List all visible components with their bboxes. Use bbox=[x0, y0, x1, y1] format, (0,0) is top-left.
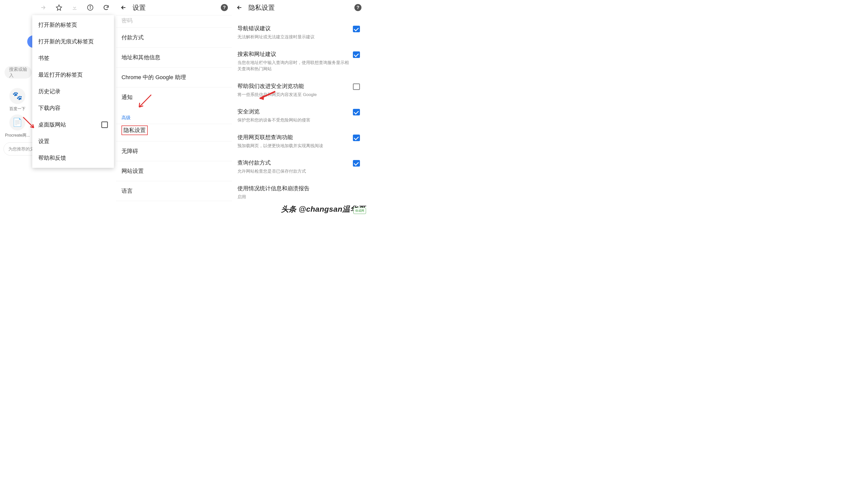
privacy-item[interactable]: 搜索和网址建议当您在地址栏中输入查询内容时，使用联想查询服务显示相关查询和热门网… bbox=[232, 45, 366, 77]
settings-item-language[interactable]: 语言 bbox=[116, 181, 232, 201]
settings-scroll[interactable]: 密码 付款方式 地址和其他信息 Chrome 中的 Google 助理 通知 高… bbox=[116, 15, 232, 202]
menu-label: 帮助和反馈 bbox=[38, 154, 66, 162]
settings-header: 设置 ? bbox=[116, 0, 232, 15]
privacy-title: 使用网页联想查询功能 bbox=[237, 134, 349, 141]
menu-label: 设置 bbox=[38, 138, 49, 145]
menu-bookmarks[interactable]: 书签 bbox=[32, 50, 114, 67]
menu-incognito[interactable]: 打开新的无痕式标签页 bbox=[32, 33, 114, 50]
privacy-item[interactable]: 查询付款方式允许网站检查您是否已保存付款方式 bbox=[232, 154, 366, 180]
checkbox-icon[interactable] bbox=[353, 135, 360, 141]
privacy-item[interactable]: 帮助我们改进安全浏览功能将一些系统信息和网页内容发送至 Google bbox=[232, 77, 366, 103]
panel-settings: 设置 ? 密码 付款方式 地址和其他信息 Chrome 中的 Google 助理… bbox=[116, 0, 232, 202]
recommend-text: 为您推荐的文 bbox=[8, 146, 34, 152]
settings-item-site[interactable]: 网站设置 bbox=[116, 161, 232, 181]
privacy-item[interactable]: 使用网页联想查询功能预加载网页，以便更快地加载并实现离线阅读 bbox=[232, 129, 366, 154]
file-icon: 📄 bbox=[10, 115, 25, 130]
arrow-left-icon bbox=[120, 4, 127, 11]
page-title: 隐私设置 bbox=[249, 3, 349, 12]
shortcut-label: Procreate两... bbox=[5, 133, 30, 138]
menu-label: 打开新的标签页 bbox=[38, 21, 77, 29]
privacy-title: 安全浏览 bbox=[237, 108, 349, 115]
panel-browser-menu: 搜索或输入 🐾 百度一下 📄 Procreate两... 为您推荐的文 详细了解… bbox=[0, 0, 116, 202]
item-label: 地址和其他信息 bbox=[121, 54, 160, 61]
menu-new-tab[interactable]: 打开新的标签页 bbox=[32, 17, 114, 33]
menu-desktop-site[interactable]: 桌面版网站 bbox=[32, 116, 114, 133]
privacy-desc: 预加载网页，以便更快地加载并实现离线阅读 bbox=[237, 142, 349, 149]
privacy-desc: 无法解析网址或无法建立连接时显示建议 bbox=[237, 34, 349, 40]
settings-item-accessibility[interactable]: 无障碍 bbox=[116, 141, 232, 161]
search-placeholder: 搜索或输入 bbox=[9, 66, 27, 78]
back-button[interactable] bbox=[236, 4, 243, 11]
back-button[interactable] bbox=[120, 4, 127, 11]
settings-item-assistant[interactable]: Chrome 中的 Google 助理 bbox=[116, 67, 232, 87]
privacy-item[interactable]: 使用情况统计信息和崩溃报告启用 bbox=[232, 180, 366, 205]
menu-label: 打开新的无痕式标签页 bbox=[38, 38, 94, 45]
privacy-text: 使用网页联想查询功能预加载网页，以便更快地加载并实现离线阅读 bbox=[237, 134, 349, 149]
privacy-title: 搜索和网址建议 bbox=[237, 50, 349, 58]
privacy-title: 帮助我们改进安全浏览功能 bbox=[237, 82, 349, 90]
privacy-title: 查询付款方式 bbox=[237, 159, 349, 167]
checkbox-icon[interactable] bbox=[353, 51, 360, 58]
item-label: 通知 bbox=[121, 94, 133, 100]
privacy-header: 隐私设置 ? bbox=[232, 0, 366, 15]
section-advanced: 高级 bbox=[116, 107, 232, 124]
shortcut-procreate[interactable]: 📄 Procreate两... bbox=[3, 115, 31, 138]
item-label: 付款方式 bbox=[121, 34, 144, 40]
menu-label: 书签 bbox=[38, 54, 49, 62]
privacy-title: 使用情况统计信息和崩溃报告 bbox=[237, 185, 360, 192]
privacy-text: 导航错误建议无法解析网址或无法建立连接时显示建议 bbox=[237, 25, 349, 40]
checkbox-icon[interactable] bbox=[353, 109, 360, 115]
page-title: 设置 bbox=[133, 3, 215, 12]
watermark-badge: 保成网 bbox=[353, 208, 366, 214]
search-input-stub[interactable]: 搜索或输入 bbox=[4, 66, 32, 79]
item-label: 隐私设置 bbox=[121, 125, 148, 135]
checkbox-icon[interactable] bbox=[353, 83, 360, 90]
privacy-desc: 将一些系统信息和网页内容发送至 Google bbox=[237, 91, 349, 98]
privacy-item[interactable]: 导航错误建议无法解析网址或无法建立连接时显示建议 bbox=[232, 20, 366, 45]
settings-item-payment[interactable]: 付款方式 bbox=[116, 28, 232, 47]
watermark-text: 头条 @changsan温华哥 bbox=[281, 204, 366, 215]
menu-label: 桌面版网站 bbox=[38, 121, 66, 129]
item-label: 网站设置 bbox=[121, 168, 144, 174]
menu-settings[interactable]: 设置 bbox=[32, 133, 114, 150]
settings-item-notifications[interactable]: 通知 bbox=[116, 87, 232, 107]
privacy-text: 使用情况统计信息和崩溃报告启用 bbox=[237, 185, 360, 200]
privacy-text: 查询付款方式允许网站检查您是否已保存付款方式 bbox=[237, 159, 349, 175]
paw-icon: 🐾 bbox=[10, 88, 25, 103]
panel-privacy: 隐私设置 ? 导航错误建议无法解析网址或无法建立连接时显示建议搜索和网址建议当您… bbox=[232, 0, 366, 202]
settings-item-addresses[interactable]: 地址和其他信息 bbox=[116, 47, 232, 67]
privacy-list: 导航错误建议无法解析网址或无法建立连接时显示建议搜索和网址建议当您在地址栏中输入… bbox=[232, 20, 366, 205]
help-icon[interactable]: ? bbox=[354, 4, 362, 11]
settings-item-privacy[interactable]: 隐私设置 bbox=[116, 124, 232, 141]
privacy-item[interactable]: 安全浏览保护您和您的设备不受危险网站的侵害 bbox=[232, 103, 366, 129]
menu-label: 历史记录 bbox=[38, 88, 61, 95]
item-label: 无障碍 bbox=[121, 148, 138, 154]
shortcut-label: 百度一下 bbox=[9, 106, 26, 112]
overflow-menu: 打开新的标签页 打开新的无痕式标签页 书签 最近打开的标签页 历史记录 下载内容… bbox=[32, 15, 114, 168]
menu-help[interactable]: 帮助和反馈 bbox=[32, 150, 114, 166]
arrow-left-icon bbox=[236, 4, 243, 11]
checkbox-icon[interactable] bbox=[353, 160, 360, 167]
menu-history[interactable]: 历史记录 bbox=[32, 83, 114, 100]
menu-recent-tabs[interactable]: 最近打开的标签页 bbox=[32, 67, 114, 83]
settings-item-passwords[interactable]: 密码 bbox=[116, 15, 232, 28]
item-label: 语言 bbox=[121, 188, 133, 194]
settings-item-datasaver[interactable]: 流量节省程序 关闭 bbox=[116, 201, 232, 202]
help-icon[interactable]: ? bbox=[221, 4, 228, 11]
privacy-text: 安全浏览保护您和您的设备不受危险网站的侵害 bbox=[237, 108, 349, 123]
item-label: Chrome 中的 Google 助理 bbox=[121, 74, 186, 80]
menu-label: 下载内容 bbox=[38, 104, 61, 112]
privacy-title: 导航错误建议 bbox=[237, 25, 349, 32]
menu-downloads[interactable]: 下载内容 bbox=[32, 100, 114, 116]
privacy-desc: 启用 bbox=[237, 194, 360, 200]
checkbox-icon[interactable] bbox=[353, 26, 360, 32]
shortcut-baidu[interactable]: 🐾 百度一下 bbox=[3, 88, 31, 112]
privacy-text: 搜索和网址建议当您在地址栏中输入查询内容时，使用联想查询服务显示相关查询和热门网… bbox=[237, 50, 349, 72]
privacy-desc: 允许网站检查您是否已保存付款方式 bbox=[237, 168, 349, 175]
privacy-desc: 当您在地址栏中输入查询内容时，使用联想查询服务显示相关查询和热门网站 bbox=[237, 60, 349, 72]
menu-label: 最近打开的标签页 bbox=[38, 71, 83, 79]
privacy-desc: 保护您和您的设备不受危险网站的侵害 bbox=[237, 117, 349, 123]
item-label: 密码 bbox=[121, 17, 133, 24]
checkbox-icon[interactable] bbox=[101, 121, 108, 128]
privacy-text: 帮助我们改进安全浏览功能将一些系统信息和网页内容发送至 Google bbox=[237, 82, 349, 98]
